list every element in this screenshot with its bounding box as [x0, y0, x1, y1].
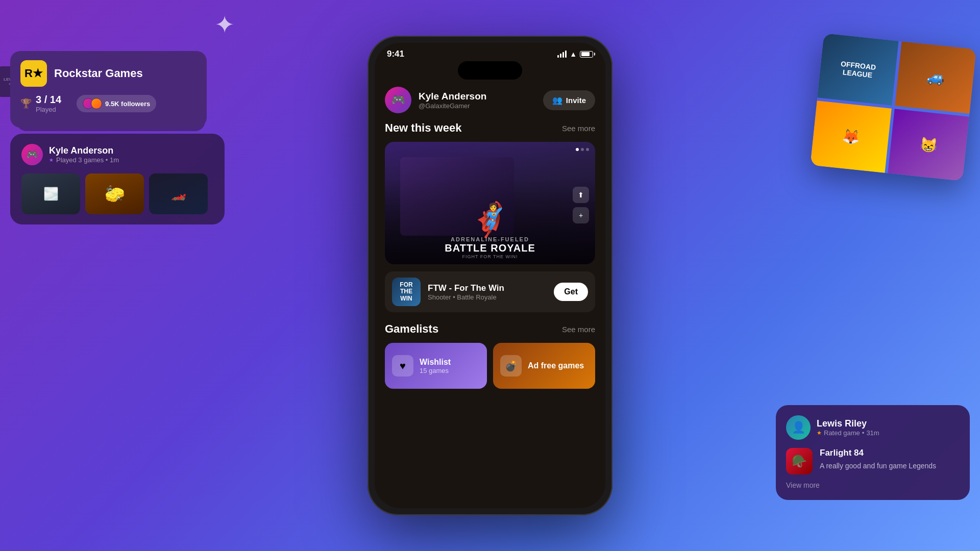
offroad-grid: OFFROAD LEAGUE 🚙 🦊 😸: [810, 33, 976, 181]
banner-main-title: BATTLE ROYALE: [385, 242, 595, 254]
ftw-meta: Shooter • Battle Royale: [428, 293, 547, 301]
profile-name: Kyle Anderson: [419, 91, 486, 102]
gamelists-see-more[interactable]: See more: [562, 325, 595, 334]
battery-icon: [580, 51, 593, 58]
rockstar-card[interactable]: R★ Rockstar Games 🏆 3 / 14 Played 9.: [10, 51, 207, 128]
wishlist-heart-icon: ♥: [400, 360, 406, 372]
signal-bar-4: [565, 51, 567, 58]
ftw-info: FTW - For The Win Shooter • Battle Royal…: [428, 283, 547, 301]
lewis-header: 👤 Lewis Riley ★ Rated game • 31m: [786, 415, 960, 440]
phone-outer: 9:41 ▲: [368, 36, 612, 515]
adfree-card[interactable]: 💣 Ad free games: [493, 343, 595, 389]
wishlist-card[interactable]: ♥ Wishlist 15 games: [385, 343, 487, 389]
farlight-avatar: 🪖: [786, 448, 813, 474]
farlight-review: A really good and fun game Legends: [820, 461, 936, 471]
banner-dot-3: [586, 148, 589, 151]
adfree-name: Ad free games: [528, 361, 584, 370]
gamelists-header: Gamelists See more: [385, 322, 595, 336]
game-list-item-ftw[interactable]: FORTHEWIN FTW - For The Win Shooter • Ba…: [385, 271, 595, 312]
follower-avatar-2: [91, 98, 102, 109]
banner-tagline: FIGHT FOR THE WIN!: [385, 254, 595, 259]
banner-controls: ⬆ +: [573, 187, 589, 223]
rockstar-logo: R★: [20, 60, 47, 87]
rockstar-name: Rockstar Games: [54, 67, 143, 80]
new-this-week-title: New this week: [385, 121, 461, 135]
phone-wrapper: 9:41 ▲: [368, 36, 612, 515]
farlight-name: Farlight 84: [820, 448, 936, 458]
kyle-game-3-emoji: 🏎️: [171, 187, 186, 201]
played-number: 3 / 14: [36, 94, 61, 106]
profile-avatar[interactable]: 🎮: [385, 87, 411, 113]
kyle-card-header: 🎮 Kyle Anderson ★ Played 3 games • 1m: [21, 144, 213, 165]
adfree-icon: 💣: [500, 355, 522, 377]
kyle-avatar: 🎮: [21, 144, 43, 165]
kyle-games: 🌫️ 🧽 🏎️: [21, 173, 213, 214]
ctrl-btn-1: ⬆: [573, 187, 589, 203]
wishlist-icon: ♥: [392, 355, 413, 377]
adfree-bomb-icon: 💣: [505, 360, 518, 372]
new-this-week-see-more[interactable]: See more: [562, 124, 595, 133]
kyle-game-2: 🧽: [85, 173, 144, 214]
phone-screen: 9:41 ▲: [375, 43, 605, 508]
trophy-icon: 🏆: [20, 98, 32, 109]
status-time: 9:41: [387, 49, 404, 59]
followers-avatars: [83, 98, 102, 109]
star-bullet: ★: [49, 157, 54, 163]
kyle-name: Kyle Anderson: [49, 145, 119, 156]
invite-button[interactable]: 👥 Invite: [543, 90, 595, 110]
kyle-activity-card[interactable]: 🎮 Kyle Anderson ★ Played 3 games • 1m 🌫️…: [10, 134, 225, 224]
signal-bar-3: [562, 52, 564, 58]
followers-count: 9.5K followers: [105, 100, 150, 108]
new-this-week-header: New this week See more: [385, 121, 595, 135]
followers-badge: 9.5K followers: [77, 95, 156, 112]
profile-name-block: Kyle Anderson @GalaxiteGamer: [419, 91, 486, 110]
star-yellow-icon: ★: [817, 430, 822, 436]
gamelists-title: Gamelists: [385, 322, 438, 336]
kyle-action: Played 3 games • 1m: [56, 156, 119, 164]
kyle-info: Kyle Anderson ★ Played 3 games • 1m: [49, 145, 119, 164]
signal-bar-2: [560, 54, 561, 58]
ftw-get-button[interactable]: Get: [554, 283, 588, 301]
kyle-game-3: 🏎️: [149, 173, 208, 214]
ftw-name: FTW - For The Win: [428, 283, 547, 293]
lewis-time: 31m: [866, 429, 879, 437]
signal-bar-1: [557, 55, 559, 58]
view-more-button[interactable]: View more: [786, 481, 820, 489]
offroad-cell-title: OFFROAD LEAGUE: [817, 33, 898, 106]
profile-header: 🎮 Kyle Anderson @GalaxiteGamer 👥 Invite: [375, 84, 605, 121]
banner-character: 🦸: [470, 201, 510, 239]
rockstar-card-stack: LEVEL∞ R★ Rockstar Games 🏆 3 / 14 Played: [10, 51, 214, 143]
kyle-game-1-emoji: 🌫️: [43, 187, 59, 201]
lewis-name: Lewis Riley: [817, 418, 879, 429]
gamelists-grid: ♥ Wishlist 15 games 💣 Ad free ga: [385, 343, 595, 389]
lewis-avatar-emoji: 👤: [792, 421, 805, 434]
wifi-icon: ▲: [570, 50, 577, 58]
ftw-icon: FORTHEWIN: [392, 278, 421, 306]
profile-left: 🎮 Kyle Anderson @GalaxiteGamer: [385, 87, 486, 113]
signal-bars: [557, 51, 567, 58]
status-icons: ▲: [557, 50, 593, 58]
wishlist-count: 15 games: [420, 367, 451, 374]
lewis-dot: •: [862, 429, 865, 437]
played-label: Played: [36, 106, 61, 113]
banner-dot-1: [576, 148, 579, 151]
phone-content[interactable]: New this week See more 🦸: [375, 121, 605, 508]
offroad-cell-fox: 🦊: [810, 101, 891, 173]
banner-title: ADRENALINE-FUELED BATTLE ROYALE FIGHT FO…: [385, 236, 595, 259]
played-count: 🏆 3 / 14 Played: [20, 94, 61, 113]
star-decoration-1: ✦: [214, 10, 235, 39]
game-banner[interactable]: 🦸 ⬆ + ADRENALINE-FUELED BATTLE ROYALE: [385, 142, 595, 264]
lewis-name-block: Lewis Riley ★ Rated game • 31m: [817, 418, 879, 437]
lewis-avatar: 👤: [786, 415, 811, 440]
invite-icon: 👥: [552, 95, 562, 105]
profile-handle: @GalaxiteGamer: [419, 102, 486, 110]
profile-avatar-emoji: 🎮: [391, 93, 405, 107]
offroad-cell-car: 🚙: [895, 41, 976, 114]
invite-label: Invite: [566, 96, 586, 105]
lewis-action: Rated game: [824, 429, 860, 437]
wishlist-name: Wishlist: [420, 358, 451, 367]
status-bar: 9:41 ▲: [375, 43, 605, 61]
farlight-info: Farlight 84 A really good and fun game L…: [820, 448, 936, 471]
banner-dot-2: [581, 148, 584, 151]
adfree-info: Ad free games: [528, 361, 584, 370]
